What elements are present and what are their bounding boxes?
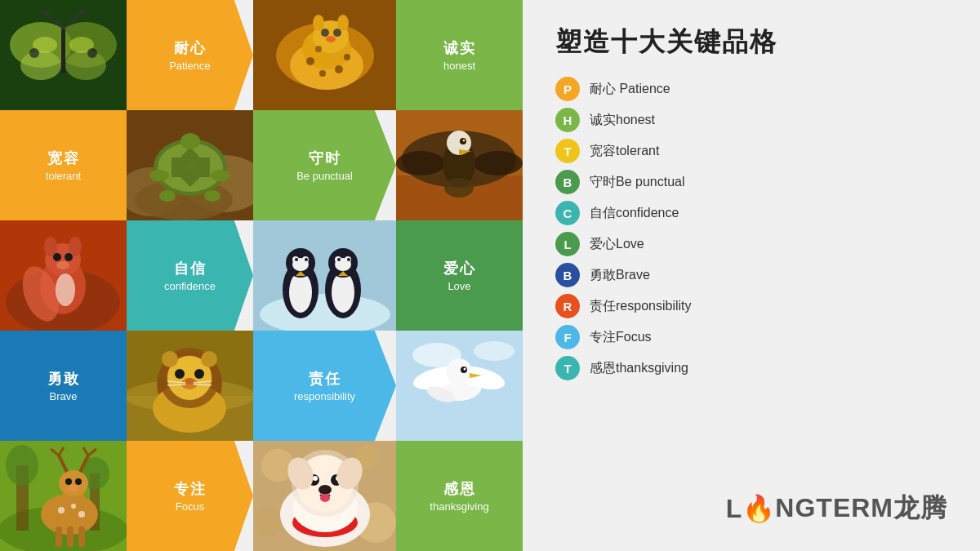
svg-point-22 [344, 54, 350, 60]
cell-lion [127, 331, 253, 441]
svg-rect-123 [67, 527, 74, 547]
list-item: B 勇敢Brave [555, 263, 947, 287]
badge-0: P [555, 77, 580, 101]
logo-area: L 🔥 NGTERM龙腾 [555, 491, 947, 527]
svg-rect-122 [56, 527, 62, 547]
item-label-8: 专注Focus [590, 329, 652, 346]
logo: L 🔥 NGTERM龙腾 [726, 491, 947, 527]
svg-point-101 [162, 351, 178, 367]
list-item: L 爱心Love [555, 232, 947, 256]
svg-point-21 [335, 65, 343, 73]
list-item: F 专注Focus [555, 325, 947, 349]
svg-point-133 [65, 478, 72, 485]
svg-point-47 [396, 151, 445, 176]
svg-point-40 [149, 170, 169, 181]
svg-point-135 [69, 484, 78, 492]
svg-point-54 [444, 178, 474, 198]
svg-point-60 [69, 237, 82, 256]
list-item: B 守时Be punctual [555, 170, 947, 194]
svg-point-152 [313, 476, 318, 481]
item-label-9: 感恩thanksgiving [590, 360, 688, 377]
badge-2: T [555, 139, 580, 163]
item-label-4: 自信confidence [590, 205, 679, 222]
item-label-0: 耐心 Patience [590, 81, 670, 98]
svg-point-63 [56, 261, 69, 269]
svg-point-113 [464, 368, 466, 371]
svg-point-41 [211, 170, 230, 181]
svg-point-143 [255, 508, 284, 537]
svg-point-61 [53, 253, 61, 261]
svg-line-98 [167, 384, 185, 385]
list-item: R 责任responsibility [555, 294, 947, 318]
grid-section: 耐心 Patience 诚实 hon [0, 0, 523, 551]
badge-4: C [555, 201, 580, 225]
svg-point-106 [474, 341, 514, 361]
svg-point-9 [79, 10, 84, 15]
svg-point-13 [87, 48, 97, 58]
svg-point-27 [313, 15, 324, 31]
item-label-6: 勇敢Brave [590, 267, 650, 284]
logo-L: L [726, 494, 743, 524]
svg-point-65 [56, 273, 75, 306]
list-item: C 自信confidence [555, 201, 947, 225]
cell-penguin [253, 220, 396, 331]
logo-suffix: NGTERM龙腾 [775, 491, 947, 527]
cell-confidence-label: 自信 confidence [127, 220, 253, 331]
badge-1: H [555, 108, 580, 132]
svg-point-85 [347, 258, 350, 261]
svg-point-94 [194, 369, 204, 379]
svg-point-28 [337, 15, 349, 31]
svg-point-136 [58, 507, 65, 513]
list-item: P 耐心 Patience [555, 77, 947, 101]
badge-5: L [555, 232, 580, 256]
svg-point-134 [75, 478, 82, 485]
item-label-1: 诚实honest [590, 112, 655, 129]
cell-tolerant-label: 宽容 tolerant [0, 110, 127, 220]
svg-point-19 [306, 57, 314, 65]
svg-point-4 [65, 51, 106, 80]
svg-point-3 [20, 51, 61, 80]
svg-point-12 [29, 48, 39, 58]
badge-3: B [555, 170, 580, 194]
svg-point-155 [320, 494, 330, 502]
cell-deer [0, 441, 127, 551]
badge-7: R [555, 294, 580, 318]
cell-honest-label: 诚实 honest [396, 0, 523, 110]
list-item: T 宽容tolerant [555, 139, 947, 163]
cell-thanksgiving-label: 感恩 thanksgiving [396, 441, 523, 551]
list-item: H 诚实honest [555, 108, 947, 132]
svg-point-74 [295, 258, 298, 261]
svg-point-76 [305, 258, 308, 261]
svg-point-43 [204, 190, 220, 202]
svg-rect-124 [78, 527, 85, 547]
svg-point-154 [318, 485, 332, 495]
svg-point-137 [71, 504, 76, 509]
svg-rect-5 [61, 29, 65, 73]
svg-point-8 [42, 10, 47, 15]
svg-line-100 [194, 384, 212, 385]
svg-point-78 [332, 272, 354, 313]
svg-point-83 [337, 258, 341, 261]
svg-point-48 [474, 151, 523, 176]
svg-point-126 [59, 470, 88, 496]
item-label-3: 守时Be punctual [590, 174, 685, 191]
cell-dove [396, 331, 523, 441]
svg-point-118 [6, 445, 38, 486]
item-label-2: 宽容tolerant [590, 143, 659, 160]
cell-punctual-label: 守时 Be punctual [253, 110, 396, 220]
cell-cheetah [253, 0, 396, 110]
svg-point-26 [326, 36, 336, 42]
badge-6: B [555, 263, 580, 287]
cell-dog [253, 441, 396, 551]
cell-turtle [127, 110, 253, 220]
badge-8: F [555, 325, 580, 349]
items-list: P 耐心 Patience H 诚实honest T 宽容tolerant B … [555, 77, 947, 380]
list-item: T 感恩thanksgiving [555, 356, 947, 380]
svg-point-62 [65, 253, 73, 261]
svg-point-24 [321, 29, 329, 37]
svg-point-138 [78, 511, 85, 518]
cell-love-label: 爱心 Love [396, 220, 523, 331]
cell-focus-label: 专注 Focus [127, 441, 253, 551]
svg-point-59 [44, 237, 57, 256]
badge-9: T [555, 356, 580, 380]
